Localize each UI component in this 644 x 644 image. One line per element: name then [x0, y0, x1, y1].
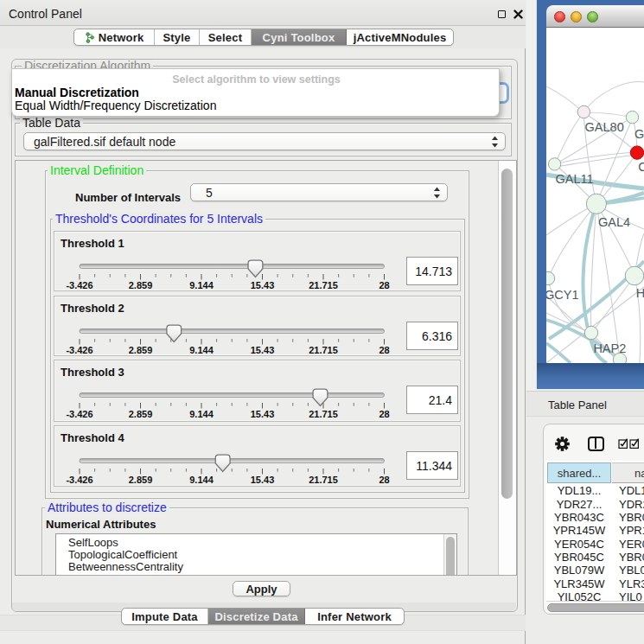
svg-text:GAL11: GAL11	[556, 172, 594, 186]
svg-text:GAL4: GAL4	[598, 215, 630, 229]
svg-text:28: 28	[379, 475, 389, 485]
svg-text:21.715: 21.715	[309, 409, 338, 419]
svg-text:-3.426: -3.426	[66, 345, 92, 355]
svg-text:GA: GA	[634, 127, 644, 141]
svg-text:HAP2: HAP2	[593, 341, 626, 355]
svg-text:2.859: 2.859	[129, 409, 153, 419]
svg-text:15.43: 15.43	[251, 475, 275, 485]
svg-text:-3.426: -3.426	[66, 475, 92, 485]
svg-text:9.144: 9.144	[189, 475, 214, 485]
svg-text:2.859: 2.859	[129, 345, 153, 355]
svg-text:21.715: 21.715	[309, 475, 338, 485]
svg-text:15.43: 15.43	[251, 409, 275, 419]
svg-text:C: C	[638, 160, 644, 174]
svg-text:15.43: 15.43	[251, 345, 275, 355]
svg-text:21.715: 21.715	[309, 345, 338, 355]
svg-text:9.144: 9.144	[189, 280, 214, 290]
svg-text:-3.426: -3.426	[66, 280, 92, 290]
svg-text:28: 28	[379, 409, 389, 419]
svg-text:9.144: 9.144	[189, 409, 214, 419]
svg-text:28: 28	[379, 280, 389, 290]
svg-text:28: 28	[379, 345, 389, 355]
svg-text:2.859: 2.859	[129, 280, 153, 290]
svg-text:GCY1: GCY1	[546, 288, 579, 302]
svg-text:2.859: 2.859	[129, 475, 153, 485]
svg-text:GAL80: GAL80	[585, 120, 624, 134]
svg-text:H: H	[636, 286, 644, 300]
svg-text:-3.426: -3.426	[66, 409, 92, 419]
svg-text:21.715: 21.715	[309, 280, 338, 290]
svg-text:15.43: 15.43	[251, 280, 275, 290]
svg-text:9.144: 9.144	[189, 345, 214, 355]
